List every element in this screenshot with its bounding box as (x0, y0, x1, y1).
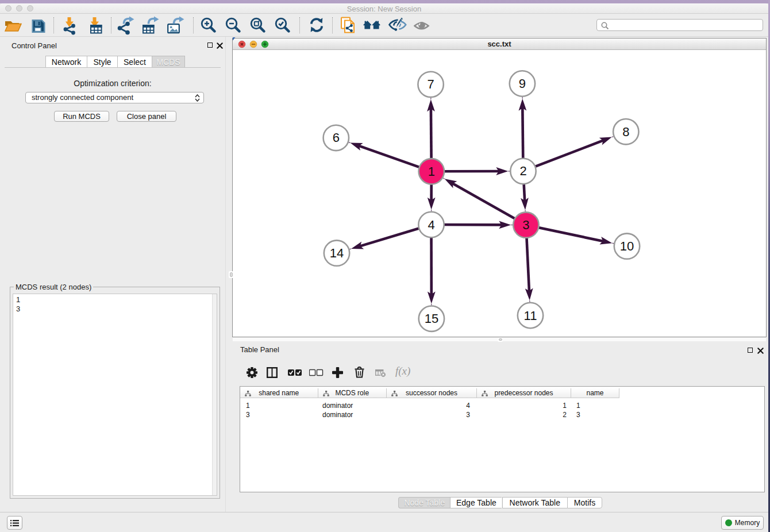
svg-text:11: 11 (524, 309, 537, 323)
svg-text:14: 14 (330, 246, 344, 260)
svg-text:6: 6 (333, 130, 340, 145)
svg-text:9: 9 (519, 76, 526, 91)
svg-text:15: 15 (425, 311, 438, 326)
svg-text:7: 7 (427, 77, 434, 91)
svg-text:3: 3 (522, 218, 529, 232)
svg-text:10: 10 (620, 239, 634, 253)
svg-text:1: 1 (428, 164, 435, 179)
svg-text:8: 8 (622, 125, 629, 139)
svg-text:2: 2 (519, 164, 526, 178)
svg-text:4: 4 (428, 218, 434, 232)
